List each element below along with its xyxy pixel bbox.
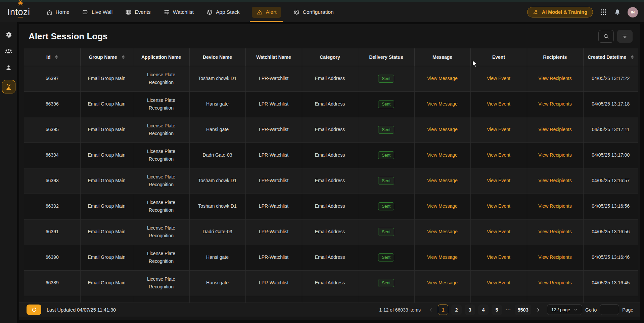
- nav-item-alert[interactable]: Alert: [252, 7, 281, 18]
- event-link[interactable]: View Event: [487, 76, 510, 81]
- recipients-link[interactable]: View Recipients: [538, 178, 571, 183]
- message-link[interactable]: View Message: [427, 280, 458, 285]
- recipients-link[interactable]: View Recipients: [538, 101, 571, 107]
- nav-item-configuration[interactable]: Configuration: [292, 7, 334, 18]
- table-row: 66391Email Group MainLicense Plate Recog…: [24, 219, 638, 245]
- recipients-link[interactable]: View Recipients: [538, 152, 571, 158]
- ai-model-training-button[interactable]: AI Model & Training: [527, 7, 593, 17]
- cell-watchlist-name: LPR-Watchlist: [245, 270, 302, 296]
- message-link[interactable]: View Message: [427, 254, 458, 260]
- sort-icon[interactable]: [631, 55, 634, 59]
- brand-logo[interactable]: Intozi: [7, 7, 30, 17]
- delivery-status-badge: Sent: [378, 151, 394, 159]
- top-navbar: Intozi Home Live Wall Events Watchlist A…: [0, 2, 644, 22]
- cell-application-name: License Plate Recognition: [133, 219, 189, 245]
- sort-icon[interactable]: [122, 55, 125, 59]
- cell-delivery-status: Sent: [358, 270, 414, 296]
- event-link[interactable]: View Event: [487, 127, 510, 132]
- filter-button[interactable]: [617, 30, 633, 43]
- nav-item-watchlist[interactable]: Watchlist: [163, 7, 194, 18]
- ant-logo-icon: [17, 0, 24, 10]
- items-summary: 1-12 of 66033 items: [379, 307, 421, 313]
- cell-device-name: Hansi gate: [189, 117, 245, 143]
- cell-group-name: Email Group Main: [80, 270, 133, 296]
- recipients-link[interactable]: View Recipients: [538, 229, 571, 234]
- page-2-button[interactable]: 2: [451, 305, 462, 315]
- page-label: Page: [622, 307, 633, 313]
- message-link[interactable]: View Message: [427, 127, 458, 132]
- cell-created: 04/05/25 13:16:56: [583, 194, 638, 219]
- page-3-button[interactable]: 3: [465, 305, 475, 315]
- cell-category: Email Address: [302, 91, 358, 117]
- cell-category: Email Address: [302, 117, 358, 143]
- event-link[interactable]: View Event: [487, 229, 510, 234]
- cell-device-name: Tosham chowk D1: [189, 168, 245, 194]
- event-link[interactable]: View Event: [487, 280, 510, 285]
- nav-item-events[interactable]: Events: [125, 7, 151, 18]
- event-link[interactable]: View Event: [487, 101, 510, 107]
- message-link[interactable]: View Message: [427, 76, 458, 81]
- refresh-button[interactable]: [27, 305, 41, 315]
- user-avatar[interactable]: IN: [628, 7, 638, 17]
- cell-group-name: Email Group Main: [80, 117, 133, 143]
- nav-item-home[interactable]: Home: [46, 7, 70, 18]
- nav-item-app-stack[interactable]: App Stack: [206, 7, 240, 18]
- page-1-button[interactable]: 1: [438, 305, 448, 315]
- cell-group-name: Email Group Main: [80, 143, 133, 168]
- cell-watchlist-name: LPR-Watchlist: [245, 66, 302, 91]
- column-header-application-name: Application Name: [133, 48, 189, 66]
- search-icon: [603, 33, 609, 40]
- apps-grid-icon[interactable]: [600, 8, 607, 16]
- last-page-button[interactable]: 5503: [515, 305, 531, 315]
- sidebar-user-icon[interactable]: [5, 64, 12, 72]
- notifications-bell-icon[interactable]: [614, 9, 621, 16]
- message-link[interactable]: View Message: [427, 152, 458, 158]
- next-page-button[interactable]: [534, 307, 542, 312]
- sidebar-user-groups-icon[interactable]: [4, 47, 13, 55]
- sidebar-session-logs-hourglass-icon[interactable]: [2, 80, 15, 93]
- cell-watchlist-name: LPR-Watchlist: [245, 194, 302, 219]
- page-title: Alert Session Logs: [29, 31, 595, 42]
- recipients-link[interactable]: View Recipients: [538, 280, 571, 285]
- table-row: 66394Email Group MainLicense Plate Recog…: [24, 143, 638, 168]
- page-size-select[interactable]: 12 / page: [547, 305, 582, 315]
- cell-message: View Message: [414, 143, 470, 168]
- recipients-link[interactable]: View Recipients: [538, 127, 571, 132]
- page-4-button[interactable]: 4: [478, 305, 489, 315]
- previous-page-button[interactable]: [427, 307, 435, 312]
- column-header-delivery-status: Delivery Status: [358, 48, 414, 66]
- cell-id: 66395: [24, 117, 80, 143]
- message-link[interactable]: View Message: [427, 229, 458, 234]
- recipients-link[interactable]: View Recipients: [538, 254, 571, 260]
- table-row: 66392Email Group MainLicense Plate Recog…: [24, 194, 638, 219]
- cell-id: 66393: [24, 168, 80, 194]
- cell-created: 04/05/25 13:17:00: [583, 143, 638, 168]
- chevron-right-icon: [536, 307, 541, 312]
- event-link[interactable]: View Event: [487, 254, 510, 260]
- event-link[interactable]: View Event: [487, 203, 510, 209]
- message-link[interactable]: View Message: [427, 203, 458, 209]
- nav-label: Events: [135, 9, 150, 15]
- cell-device-name: Hansi gate: [189, 270, 245, 296]
- message-link[interactable]: View Message: [427, 101, 458, 107]
- sort-icon[interactable]: [55, 55, 58, 59]
- pagination-ellipsis[interactable]: •••: [505, 308, 512, 312]
- search-button[interactable]: [598, 30, 614, 43]
- cell-category: Email Address: [302, 219, 358, 245]
- message-link[interactable]: View Message: [427, 178, 458, 183]
- recipients-link[interactable]: View Recipients: [538, 76, 571, 81]
- page-5-button[interactable]: 5: [492, 305, 502, 315]
- cell-category: Email Address: [302, 143, 358, 168]
- table-row: 66393Email Group MainLicense Plate Recog…: [24, 168, 638, 194]
- page-header: Alert Session Logs: [19, 24, 640, 48]
- goto-page-input[interactable]: [600, 305, 619, 315]
- cell-application-name: License Plate Recognition: [133, 245, 189, 270]
- delivery-status-badge: Sent: [378, 228, 394, 236]
- table-row: 66390Email Group MainLicense Plate Recog…: [24, 245, 638, 270]
- event-link[interactable]: View Event: [487, 178, 510, 183]
- nav-item-live-wall[interactable]: Live Wall: [82, 7, 113, 18]
- event-link[interactable]: View Event: [487, 152, 510, 158]
- cell-watchlist-name: LPR-Watchlist: [245, 168, 302, 194]
- sidebar-settings-gear-icon[interactable]: [5, 31, 12, 39]
- recipients-link[interactable]: View Recipients: [538, 203, 571, 209]
